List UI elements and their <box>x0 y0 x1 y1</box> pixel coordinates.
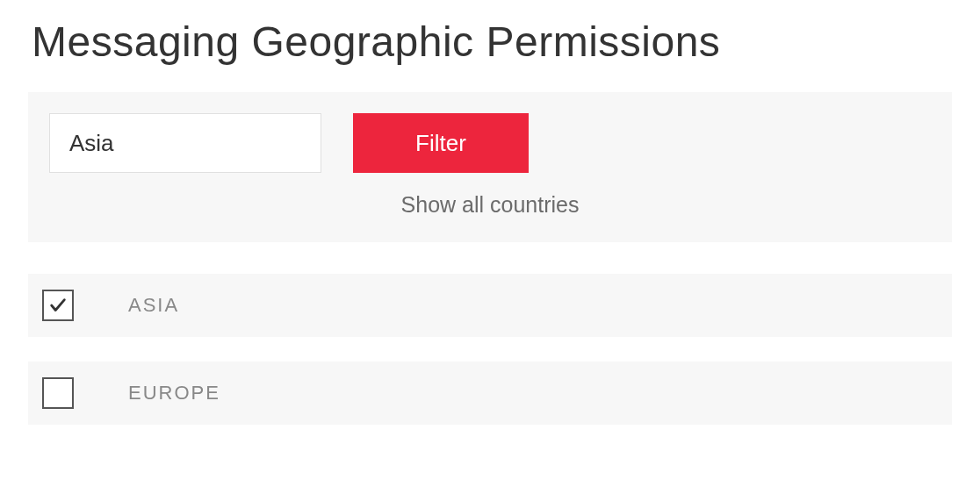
region-row-europe: EUROPE <box>28 362 952 425</box>
show-all-countries-link[interactable]: Show all countries <box>49 192 931 218</box>
checkmark-icon <box>48 296 68 315</box>
filter-input[interactable] <box>49 113 321 173</box>
filter-button[interactable]: Filter <box>353 113 529 173</box>
filter-row: Filter <box>49 113 931 173</box>
region-label: EUROPE <box>128 382 220 405</box>
page-title: Messaging Geographic Permissions <box>32 18 980 66</box>
region-row-asia: ASIA <box>28 274 952 337</box>
filter-panel: Filter Show all countries <box>28 92 952 242</box>
region-label: ASIA <box>128 294 179 317</box>
checkbox-europe[interactable] <box>42 377 74 409</box>
checkbox-asia[interactable] <box>42 290 74 321</box>
